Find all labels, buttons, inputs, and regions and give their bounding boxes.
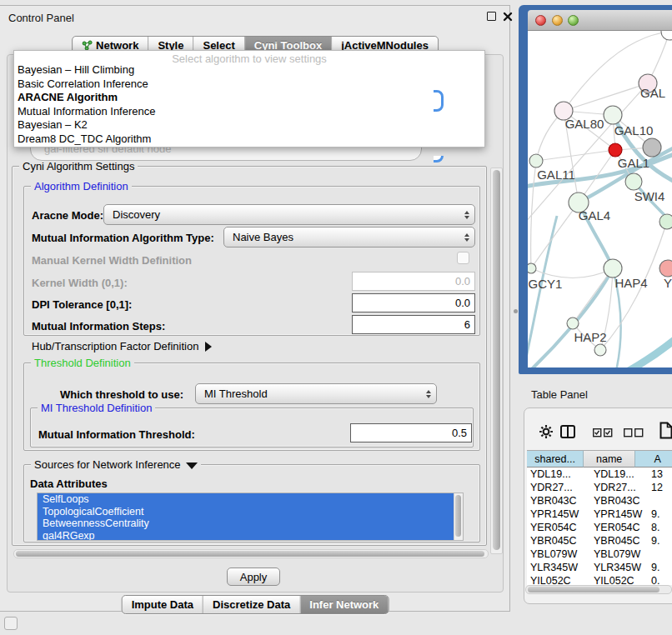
network-node-hap2[interactable] [567, 318, 579, 329]
table-cell: YPR145W [590, 508, 648, 521]
network-node-hap4[interactable] [604, 259, 622, 278]
column-header-name[interactable]: name [584, 450, 635, 468]
splitter-handle[interactable] [514, 309, 518, 313]
table-cell: 9. [648, 508, 672, 521]
column-header-a[interactable]: A [635, 450, 672, 468]
network-node-y[interactable] [659, 260, 672, 277]
table-cell: YBL079W [590, 548, 648, 561]
control-panel-title: Control Panel [8, 12, 74, 24]
kernel-width-label: Kernel Width (0,1): [32, 277, 128, 289]
attribute-item-topologicalcoefficient[interactable]: TopologicalCoefficient [38, 506, 463, 518]
network-node-gal10[interactable] [604, 106, 622, 124]
aracne-mode-value: Discovery [113, 208, 160, 221]
node-label-gal80: GAL80 [565, 117, 604, 131]
export-table-icon[interactable] [659, 422, 672, 439]
network-node[interactable] [661, 31, 672, 40]
gear-icon[interactable] [539, 424, 554, 439]
table-row[interactable]: YBR043CYBR043C [527, 494, 672, 508]
node-label-gal4: GAL4 [579, 208, 610, 222]
table-cell: YIL052C [527, 574, 590, 585]
table-row[interactable]: YDR27...YDR27...12 [527, 481, 672, 494]
tab-infer-network[interactable]: Infer Network [299, 596, 388, 613]
table-row[interactable]: YBL079WYBL079W [527, 548, 672, 561]
which-threshold-value: MI Threshold [204, 388, 268, 400]
deselect-all-checkboxes-icon[interactable] [624, 428, 644, 438]
table-cell: 9. [648, 561, 672, 574]
attribute-item-betweennesscentrality[interactable]: BetweennessCentrality [38, 518, 463, 530]
algorithm-option-basic-correlation-inference[interactable]: Basic Correlation Inference [14, 78, 484, 92]
zoom-traffic-light[interactable] [568, 15, 579, 26]
algorithm-option-dream8-dc-tdc-algorithm[interactable]: Dream8 DC_TDC Algorithm [14, 132, 484, 147]
desktop: Control Panel NetworkStyleSelectCyni Too… [0, 0, 672, 635]
mi-threshold-field[interactable]: 0.5 [350, 423, 472, 442]
attribute-item-selfloops[interactable]: SelfLoops [38, 493, 463, 506]
collapsed-panel-button[interactable] [4, 617, 18, 630]
tab-discretize-data[interactable]: Discretize Data [203, 596, 299, 613]
table-cell: YBR043C [590, 494, 648, 508]
table-panel-title: Table Panel [531, 388, 588, 401]
algorithm-option-aracne-algorithm[interactable]: ARACNE Algorithm [14, 91, 484, 105]
close-traffic-light[interactable] [535, 15, 546, 26]
hub-definition-expander[interactable]: Hub/Transcription Factor Definition [32, 340, 212, 352]
node-label-gcy1: GCY1 [529, 277, 563, 291]
network-window-titlebar[interactable] [528, 10, 672, 31]
table-cell: YBR045C [527, 534, 590, 548]
settings-horizontal-scrollbar[interactable] [13, 549, 489, 558]
network-node[interactable] [659, 214, 672, 229]
algorithm-option-mutual-information-inference[interactable]: Mutual Information Inference [14, 105, 484, 119]
table-cell [648, 548, 672, 561]
focus-ring-fragment [434, 89, 447, 114]
algorithm-option-bayesian-hill-climbing[interactable]: Bayesian – Hill Climbing [14, 63, 484, 78]
combo-stepper-icon [464, 233, 469, 242]
column-header-shared[interactable]: shared... [527, 450, 584, 468]
kernel-width-field[interactable]: 0.0 [352, 272, 475, 291]
tab-impute-data[interactable]: Impute Data [123, 596, 203, 613]
network-node-gal1[interactable] [609, 143, 622, 157]
list-vertical-scrollbar[interactable] [454, 493, 463, 540]
collapse-arrow-icon [186, 462, 198, 469]
aracne-mode-label: Aracne Mode: [32, 209, 103, 222]
table-row[interactable]: YIL052CYIL052C0. [527, 574, 672, 585]
node-label-hap4: HAP4 [614, 276, 647, 290]
table-cell: 12 [648, 481, 672, 494]
mi-threshold-label: Mutual Information Threshold: [38, 428, 195, 441]
table-row[interactable]: YPR145WYPR145W9. [527, 508, 672, 521]
network-node-gal11[interactable] [529, 154, 543, 168]
minimize-traffic-light[interactable] [552, 15, 563, 26]
which-threshold-select[interactable]: MI Threshold [195, 383, 437, 404]
algorithm-option-bayesian-k2[interactable]: Bayesian – K2 [14, 118, 484, 132]
table-row[interactable]: YER054CYER054C8. [527, 521, 672, 534]
columns-icon[interactable] [560, 425, 575, 438]
manual-kernel-checkbox[interactable] [457, 252, 469, 264]
table-cell: YER054C [590, 521, 648, 534]
network-canvas[interactable]: GALGAL80GAL10GAL1GAL11SWI4GAL4GCY1HAP4YH… [528, 31, 672, 368]
node-label-gal11: GAL11 [537, 168, 575, 182]
table-cell: YBL079W [527, 548, 590, 561]
table-cell: YDL19... [527, 468, 590, 481]
network-node[interactable] [643, 138, 661, 157]
network-node-swi4[interactable] [625, 173, 642, 190]
aracne-mode-select[interactable]: Discovery [103, 204, 475, 225]
table-horizontal-scrollbar[interactable] [525, 585, 672, 594]
network-node-gcy1[interactable] [528, 263, 536, 273]
close-icon[interactable] [503, 12, 513, 22]
mi-steps-field[interactable]: 6 [352, 315, 475, 334]
table-row[interactable]: YBR045CYBR045C9. [527, 534, 672, 548]
apply-button[interactable]: Apply [227, 568, 280, 586]
table-cell: YIL052C [590, 574, 648, 585]
settings-vertical-scrollbar[interactable] [490, 168, 503, 554]
select-all-checkboxes-icon[interactable] [593, 428, 613, 438]
table-row[interactable]: YDL19...YDL19...13 [527, 468, 672, 481]
float-window-icon[interactable] [487, 12, 496, 21]
algorithm-definition-title: Algorithm Definition [31, 180, 132, 192]
dpi-tolerance-field[interactable]: 0.0 [352, 293, 475, 312]
attribute-item-gal4rgexp[interactable]: gal4RGexp [38, 530, 463, 542]
mi-type-select[interactable]: Naive Bayes [223, 227, 475, 248]
threshold-definition-title: Threshold Definition [31, 357, 134, 369]
network-node[interactable] [594, 344, 606, 356]
sources-group-title[interactable]: Sources for Network Inference [31, 458, 201, 471]
table-row[interactable]: YLR345WYLR345W9. [527, 561, 672, 574]
algorithm-dropdown: Select algorithm to view settings Bayesi… [13, 50, 485, 148]
settings-group-title: Cyni Algorithm Settings [19, 160, 138, 172]
table-cell: YDR27... [527, 481, 590, 494]
